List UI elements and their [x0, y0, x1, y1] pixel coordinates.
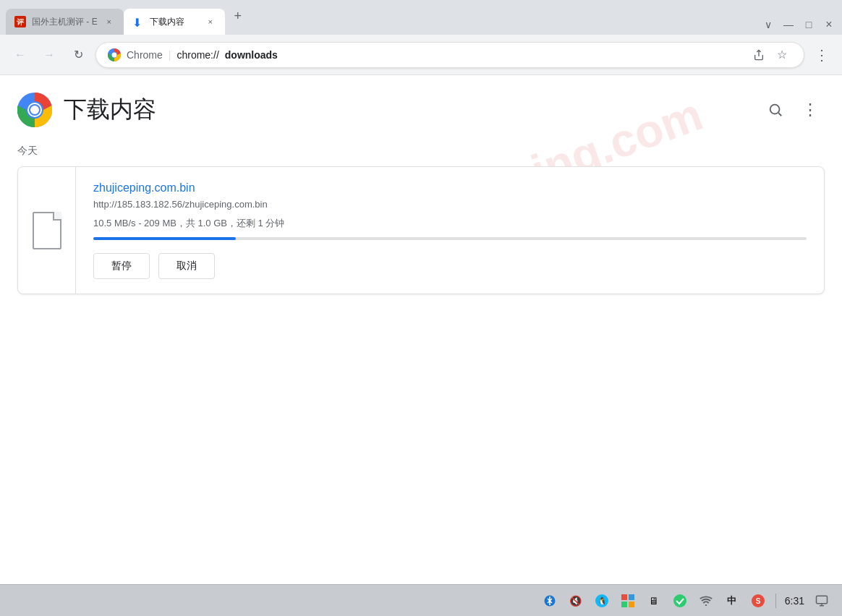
- tab-downloads[interactable]: ⬇ 下载内容 ×: [124, 9, 225, 35]
- page-content: zhujiceping.com 下载内容: [0, 75, 842, 584]
- address-url-protocol: chrome://: [177, 49, 218, 61]
- language-icon[interactable]: 中: [723, 592, 741, 609]
- tab2-title: 下载内容: [150, 16, 199, 28]
- file-icon-fold: [53, 212, 61, 221]
- downloads-header: 下载内容 ⋮: [0, 75, 842, 139]
- tab1-title: 国外主机测评 - E: [32, 16, 98, 28]
- svg-text:🐧: 🐧: [597, 596, 606, 605]
- svg-rect-13: [621, 594, 627, 600]
- address-bar-area: ← → ↻ Chrome | chrome://downloads: [0, 35, 842, 75]
- wifi-icon[interactable]: [697, 592, 715, 609]
- svg-point-8: [30, 106, 39, 114]
- file-icon-area: [18, 167, 76, 294]
- page-title: 下载内容: [64, 94, 156, 126]
- svg-point-9: [770, 105, 780, 114]
- svg-text:评: 评: [17, 18, 25, 26]
- bookmark-icon[interactable]: ☆: [772, 45, 792, 65]
- download-filename[interactable]: zhujiceping.com.bin: [93, 181, 807, 194]
- progress-bar-container: [93, 237, 807, 240]
- share-icon[interactable]: [749, 45, 769, 65]
- section-today: 今天: [0, 139, 842, 166]
- svg-rect-14: [629, 594, 634, 600]
- address-separator: |: [169, 49, 171, 61]
- chrome-logo-large: [17, 93, 52, 127]
- check-icon[interactable]: [671, 592, 689, 609]
- color-grid-icon[interactable]: [619, 592, 637, 609]
- taskbar: 🔇 🐧 🖥: [0, 584, 842, 616]
- download-progress-text: 10.5 MB/s - 209 MB，共 1.0 GB，还剩 1 分钟: [93, 217, 807, 230]
- new-tab-button[interactable]: +: [228, 6, 248, 26]
- taskbar-separator: [775, 594, 776, 608]
- svg-rect-16: [629, 602, 634, 607]
- cancel-button[interactable]: 取消: [158, 253, 215, 279]
- maximize-icon[interactable]: □: [801, 17, 816, 32]
- svg-rect-15: [621, 602, 627, 607]
- address-chrome-text: Chrome: [127, 49, 163, 61]
- svg-point-4: [112, 53, 116, 57]
- download-actions: 暂停 取消: [93, 253, 807, 279]
- notification-icon[interactable]: [813, 592, 830, 609]
- browser-window: 评 国外主机测评 - E × ⬇ 下载内容 × + ∨ — □ × ← → ↻: [0, 0, 842, 616]
- refresh-button[interactable]: ↻: [67, 43, 90, 67]
- taskbar-time: 6:31: [785, 595, 804, 607]
- tab-inactive[interactable]: 评 国外主机测评 - E ×: [6, 9, 124, 35]
- tab1-favicon: 评: [14, 16, 26, 27]
- address-bar[interactable]: Chrome | chrome://downloads ☆: [95, 42, 804, 68]
- address-url-path: downloads: [225, 49, 278, 61]
- tab2-close[interactable]: ×: [205, 16, 216, 27]
- browser-menu-button[interactable]: ⋮: [810, 43, 833, 67]
- download-card-content: zhujiceping.com.bin http://185.183.182.5…: [76, 167, 824, 294]
- tab1-close[interactable]: ×: [103, 16, 115, 27]
- tab2-favicon: ⬇: [132, 16, 144, 27]
- chevron-down-icon[interactable]: ∨: [761, 17, 775, 32]
- svg-rect-21: [817, 596, 828, 604]
- forward-button: →: [38, 43, 61, 67]
- bluetooth-icon[interactable]: [541, 592, 558, 609]
- window-controls: ∨ — □ ×: [761, 17, 836, 35]
- sougou-icon[interactable]: S: [749, 592, 767, 609]
- svg-text:S: S: [755, 597, 760, 605]
- back-button: ←: [9, 43, 32, 67]
- volume-icon[interactable]: 🔇: [567, 592, 584, 609]
- qq-icon[interactable]: 🐧: [593, 592, 611, 609]
- svg-point-17: [673, 594, 686, 607]
- close-window-icon[interactable]: ×: [822, 17, 836, 32]
- file-icon: [30, 210, 64, 251]
- more-options-button[interactable]: ⋮: [796, 95, 825, 124]
- download-url: http://185.183.182.56/zhujiceping.com.bi…: [93, 199, 807, 210]
- download-card: zhujiceping.com.bin http://185.183.182.5…: [17, 166, 825, 294]
- header-actions: ⋮: [761, 95, 825, 124]
- pause-button[interactable]: 暂停: [93, 253, 150, 279]
- minimize-icon[interactable]: —: [781, 17, 796, 32]
- tab-bar: 评 国外主机测评 - E × ⬇ 下载内容 × + ∨ — □ ×: [0, 0, 842, 35]
- search-button[interactable]: [761, 95, 790, 124]
- progress-bar: [93, 237, 236, 240]
- svg-point-18: [705, 604, 707, 605]
- address-bar-actions: ☆: [749, 45, 792, 65]
- display-icon[interactable]: 🖥: [645, 592, 663, 609]
- chrome-logo-small: [108, 48, 121, 61]
